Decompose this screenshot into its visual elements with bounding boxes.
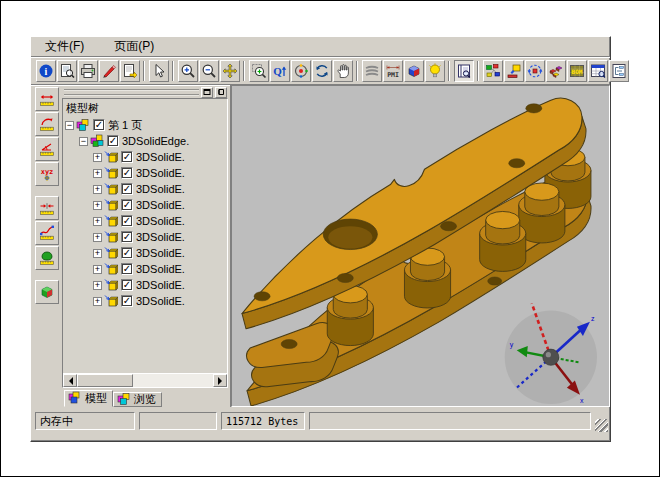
expand-toggle[interactable]: + [93,249,102,258]
measure-gap-icon [39,200,55,216]
lighting-button[interactable] [425,60,445,82]
print-preview-button[interactable] [57,60,77,82]
visibility-checkbox[interactable]: ✓ [121,183,133,195]
rotate-part-button[interactable] [525,60,545,82]
print-button[interactable] [78,60,98,82]
main-area: xyz 模型树 −✓第 1 页−✓3DSolidEdge.+✓3DSolidE.… [31,85,610,407]
zoom-window-button[interactable] [249,60,269,82]
expand-toggle[interactable]: + [93,201,102,210]
assembly-structure-button[interactable] [483,60,503,82]
visibility-checkbox[interactable]: ✓ [121,295,133,307]
measure-gap-button[interactable] [35,196,59,220]
tree-node-part-1[interactable]: +✓3DSolidE. [65,149,227,165]
pan-move-button[interactable] [220,60,240,82]
explode-view-button[interactable] [546,60,566,82]
tree-title: 模型树 [63,99,227,117]
measure-angle-button[interactable] [35,137,59,161]
annotate-pen-button[interactable] [99,60,119,82]
expand-toggle[interactable]: + [93,297,102,306]
zoom-in-button[interactable] [178,60,198,82]
scroll-right-button[interactable] [213,374,227,387]
visibility-checkbox[interactable]: ✓ [121,199,133,211]
expand-toggle[interactable]: + [93,233,102,242]
bom-table-button[interactable]: BOM [567,60,587,82]
menu-file[interactable]: 文件(F) [41,37,88,56]
axis-ball[interactable]: z x y [505,303,597,404]
layers-button[interactable] [362,60,382,82]
expand-toggle[interactable]: + [93,217,102,226]
tree-node-part-8[interactable]: +✓3DSolidE. [65,261,227,277]
tree-node-part-6[interactable]: +✓3DSolidE. [65,229,227,245]
pan-hand-button[interactable] [333,60,353,82]
measure-coordinate-button[interactable]: xyz [35,162,59,186]
pan-move-icon [222,63,238,79]
measure-toolbar: xyz [31,85,61,407]
tab-browse[interactable]: 浏览 [113,392,162,407]
viewport-3d[interactable]: z x y [231,85,610,407]
menu-page[interactable]: 页面(P) [110,37,158,56]
visibility-checkbox[interactable]: ✓ [107,135,119,147]
scroll-left-button[interactable] [63,374,77,387]
resize-grip[interactable] [595,419,608,432]
measure-volume-button[interactable] [35,280,59,304]
print-preview-icon [59,63,75,79]
part-node-icon [104,230,118,244]
tree-node-part-5[interactable]: +✓3DSolidE. [65,213,227,229]
visibility-checkbox[interactable]: ✓ [121,247,133,259]
tree-node-part-3[interactable]: +✓3DSolidE. [65,181,227,197]
scroll-track[interactable] [133,374,213,387]
expand-toggle[interactable]: − [65,121,74,130]
toolbar-separator [243,61,245,81]
solid-box-button[interactable] [404,60,424,82]
tree-node-part-7[interactable]: +✓3DSolidE. [65,245,227,261]
tree-hscrollbar[interactable] [63,373,227,387]
dock-gripper[interactable] [64,89,199,96]
measure-area-button[interactable] [35,246,59,270]
orbit-view-button[interactable] [291,60,311,82]
report-table-button[interactable] [588,60,608,82]
tree-node-label: 3DSolidE. [136,247,185,259]
rotate-view-button[interactable]: Q [270,60,290,82]
model-tree-toggle-button[interactable] [454,60,474,82]
tab-model[interactable]: 模型 [64,390,113,407]
measure-curve-button[interactable] [35,221,59,245]
dock-header[interactable] [62,86,228,98]
measure-area-icon [39,250,55,266]
visibility-checkbox[interactable]: ✓ [121,231,133,243]
dock-close-button[interactable] [215,87,227,98]
tree-node-part-10[interactable]: +✓3DSolidE. [65,293,227,309]
export-document-button[interactable] [120,60,140,82]
measure-radius-icon [39,116,55,132]
expand-toggle[interactable]: + [93,185,102,194]
refresh-view-button[interactable] [312,60,332,82]
tree-indent [65,237,93,238]
expand-toggle[interactable]: + [93,153,102,162]
scroll-thumb[interactable] [77,374,133,387]
dock-restore-button[interactable] [201,87,213,98]
visibility-checkbox[interactable]: ✓ [121,279,133,291]
tree-node-assembly[interactable]: −✓3DSolidEdge. [65,133,227,149]
expand-toggle[interactable]: − [79,137,88,146]
visibility-checkbox[interactable]: ✓ [121,215,133,227]
tree-node-page[interactable]: −✓第 1 页 [65,117,227,133]
arrow-right-icon [218,377,226,385]
zoom-out-button[interactable] [199,60,219,82]
expand-toggle[interactable]: + [93,281,102,290]
tree-node-part-2[interactable]: +✓3DSolidE. [65,165,227,181]
measure-radius-button[interactable] [35,112,59,136]
move-part-button[interactable] [504,60,524,82]
visibility-checkbox[interactable]: ✓ [93,119,105,131]
visibility-checkbox[interactable]: ✓ [121,151,133,163]
tree-node-part-4[interactable]: +✓3DSolidE. [65,197,227,213]
pmi-dimensions-button[interactable]: PMI [383,60,403,82]
measure-distance-button[interactable] [35,87,59,111]
select-cursor-button[interactable] [149,60,169,82]
info-button[interactable]: i [36,60,56,82]
tree-list-button[interactable] [609,60,629,82]
visibility-checkbox[interactable]: ✓ [121,167,133,179]
visibility-checkbox[interactable]: ✓ [121,263,133,275]
expand-toggle[interactable]: + [93,169,102,178]
expand-toggle[interactable]: + [93,265,102,274]
tree-node-part-9[interactable]: +✓3DSolidE. [65,277,227,293]
viewport-canvas[interactable]: z x y [232,86,609,406]
